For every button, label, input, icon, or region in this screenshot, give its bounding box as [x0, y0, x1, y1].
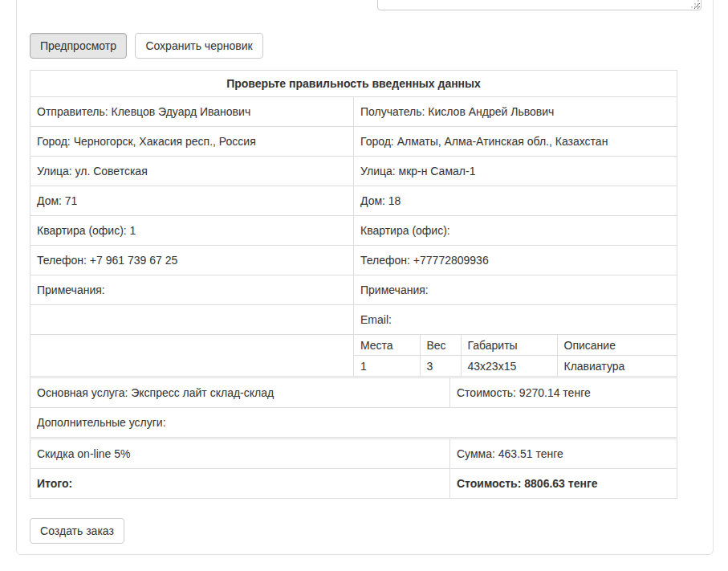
- total-cost-cell: Стоимость: 8806.63 тенге: [450, 469, 677, 499]
- additional-services-cell: Дополнительные услуги:: [31, 408, 677, 438]
- recipient-phone-cell: Телефон: +77772809936: [354, 246, 677, 275]
- cargo-header-dimensions: Габариты: [461, 335, 557, 356]
- cargo-table-cell: Места Вес Габариты Описание 1 3 43x23x15…: [354, 335, 677, 377]
- table-row: Отправитель: Клевцов Эдуард Иванович Пол…: [31, 97, 677, 127]
- services-table: Основная услуга: Экспресс лайт склад-скл…: [30, 377, 677, 438]
- sender-notes-cell: Примечания:: [31, 275, 354, 305]
- table-row: Примечания: Примечания:: [31, 275, 677, 305]
- recipient-street-cell: Улица: мкр-н Самал-1: [354, 157, 677, 186]
- recipient-cell: Получатель: Кислов Андрей Львович: [354, 97, 677, 127]
- cargo-header-places: Места: [354, 335, 420, 356]
- main-service-cost-cell: Стоимость: 9270.14 тенге: [450, 378, 677, 408]
- sender-cell: Отправитель: Клевцов Эдуард Иванович: [31, 97, 354, 127]
- empty-cell: [31, 335, 354, 377]
- table-row: Улица: ул. Советская Улица: мкр-н Самал-…: [31, 157, 677, 186]
- cargo-description-value: Клавиатура: [557, 356, 677, 377]
- table-row: Дом: 71 Дом: 18: [31, 186, 677, 216]
- create-order-button[interactable]: Создать заказ: [30, 518, 124, 544]
- table-row: Телефон: +7 961 739 67 25 Телефон: +7777…: [31, 246, 677, 275]
- table-row: Email:: [31, 305, 677, 335]
- comment-textarea[interactable]: [377, 0, 702, 10]
- table-title: Проверьте правильность введенных данных: [31, 71, 677, 97]
- sender-house-cell: Дом: 71: [31, 186, 354, 216]
- table-row: Квартира (офис): 1 Квартира (офис):: [31, 216, 677, 246]
- discount-row: Скидка on-line 5% Сумма: 463.51 тенге: [31, 439, 677, 469]
- additional-services-row: Дополнительные услуги:: [31, 408, 677, 438]
- cargo-header-description: Описание: [557, 335, 677, 356]
- totals-table: Скидка on-line 5% Сумма: 463.51 тенге Ит…: [30, 438, 677, 499]
- sender-apartment-cell: Квартира (офис): 1: [31, 216, 354, 246]
- cargo-weight-value: 3: [420, 356, 461, 377]
- cargo-data-row: 1 3 43x23x15 Клавиатура: [354, 356, 677, 377]
- sender-city-cell: Город: Черногорск, Хакасия респ., Россия: [31, 127, 354, 157]
- table-row: Город: Черногорск, Хакасия респ., Россия…: [31, 127, 677, 157]
- recipient-city-cell: Город: Алматы, Алма-Атинская обл., Казах…: [354, 127, 677, 157]
- discount-cell: Скидка on-line 5%: [31, 439, 450, 469]
- cargo-row: Места Вес Габариты Описание 1 3 43x23x15…: [31, 335, 677, 377]
- recipient-email-cell: Email:: [354, 305, 677, 335]
- main-service-cell: Основная услуга: Экспресс лайт склад-скл…: [31, 378, 450, 408]
- cargo-places-value: 1: [354, 356, 420, 377]
- recipient-apartment-cell: Квартира (офис):: [354, 216, 677, 246]
- cargo-table: Места Вес Габариты Описание 1 3 43x23x15…: [354, 335, 677, 376]
- sender-street-cell: Улица: ул. Советская: [31, 157, 354, 186]
- preview-button[interactable]: Предпросмотр: [30, 33, 127, 59]
- save-draft-button[interactable]: Сохранить черновик: [135, 33, 263, 59]
- empty-cell: [31, 305, 354, 335]
- total-row: Итого: Стоимость: 8806.63 тенге: [31, 469, 677, 499]
- cargo-header-row: Места Вес Габариты Описание: [354, 335, 677, 356]
- order-summary-table: Проверьте правильность введенных данных …: [30, 70, 677, 377]
- total-label-cell: Итого:: [31, 469, 450, 499]
- cargo-dimensions-value: 43x23x15: [461, 356, 557, 377]
- discount-amount-cell: Сумма: 463.51 тенге: [450, 439, 677, 469]
- recipient-notes-cell: Примечания:: [354, 275, 677, 305]
- table-header-row: Проверьте правильность введенных данных: [31, 71, 677, 97]
- main-service-row: Основная услуга: Экспресс лайт склад-скл…: [31, 378, 677, 408]
- sender-phone-cell: Телефон: +7 961 739 67 25: [31, 246, 354, 275]
- recipient-house-cell: Дом: 18: [354, 186, 677, 216]
- cargo-header-weight: Вес: [420, 335, 461, 356]
